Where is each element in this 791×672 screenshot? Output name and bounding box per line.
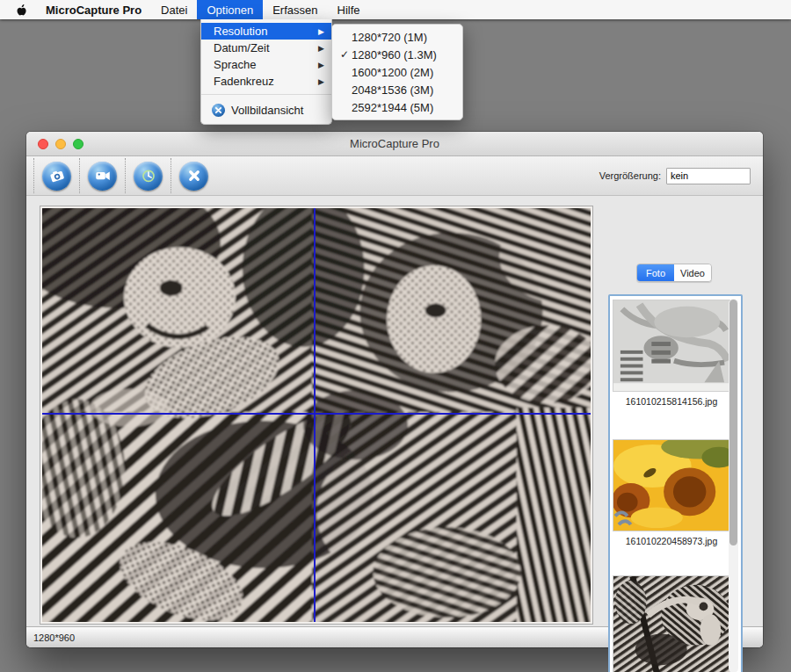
resolution-option-1280x960[interactable]: ✓ 1280*960 (1.3M): [332, 46, 462, 63]
photo-thumbnail-engraving-gray[interactable]: [613, 300, 730, 392]
menu-item-vollbildansicht[interactable]: Vollbildansicht: [201, 99, 331, 120]
menu-optionen[interactable]: Optionen: [197, 0, 263, 19]
photo-filename: 161010215814156.jpg: [613, 396, 730, 407]
menu-hilfe[interactable]: Hilfe: [328, 0, 370, 19]
minimize-button[interactable]: [55, 139, 66, 149]
magnification-label: Vergrößerung:: [599, 170, 661, 181]
fullscreen-arrows-icon: [179, 162, 208, 191]
photo-thumbnail-engraving-dark[interactable]: [613, 575, 730, 672]
submenu-arrow-icon: ▶: [318, 77, 324, 86]
menu-datei[interactable]: Datei: [151, 0, 197, 19]
scrollbar-thumb[interactable]: [729, 300, 737, 546]
apple-icon: [14, 3, 27, 18]
menu-item-fadenkreuz[interactable]: Fadenkreuz ▶: [201, 73, 331, 90]
capture-video-button[interactable]: [79, 158, 125, 193]
fullscreen-button[interactable]: [171, 158, 216, 193]
gallery-item[interactable]: [613, 575, 730, 672]
submenu-arrow-icon: ▶: [318, 61, 324, 69]
resolution-submenu: 1280*720 (1M) ✓ 1280*960 (1.3M) 1600*120…: [331, 24, 463, 120]
photo-filename: 161010220458973.jpg: [613, 536, 730, 546]
gallery-item[interactable]: 161010215814156.jpg: [613, 300, 730, 407]
tab-video[interactable]: Video: [674, 264, 711, 281]
toolbar: Vergrößerung:: [26, 156, 763, 196]
resolution-option-2048x1536[interactable]: 2048*1536 (3M): [332, 81, 462, 98]
options-dropdown-menu: Resolution ▶ Datum/Zeit ▶ Sprache ▶ Fade…: [200, 19, 332, 125]
resolution-option-2592x1944[interactable]: 2592*1944 (5M): [332, 98, 462, 116]
menu-erfassen[interactable]: Erfassen: [263, 0, 327, 19]
menu-item-datum-zeit[interactable]: Datum/Zeit ▶: [201, 40, 331, 56]
timer-clock-icon: [134, 162, 163, 191]
window-titlebar: MicroCapture Pro: [26, 132, 763, 156]
gallery-item[interactable]: 161010220458973.jpg: [613, 439, 730, 546]
capture-photo-button[interactable]: [33, 158, 79, 193]
menu-item-sprache[interactable]: Sprache ▶: [201, 56, 331, 73]
photo-camera-icon: [42, 162, 71, 191]
gallery-tabs: Foto Video: [636, 264, 712, 282]
apple-menu[interactable]: [0, 0, 36, 19]
fullscreen-icon: [212, 104, 225, 117]
menu-item-resolution[interactable]: Resolution ▶: [201, 23, 331, 40]
video-camera-icon: [88, 162, 117, 191]
zoom-button[interactable]: [73, 139, 83, 149]
window-content: Foto Video: [26, 196, 763, 626]
submenu-arrow-icon: ▶: [318, 27, 324, 36]
tab-foto[interactable]: Foto: [637, 264, 674, 281]
magnification-input[interactable]: [666, 168, 751, 184]
resolution-option-1600x1200[interactable]: 1600*1200 (2M): [332, 63, 462, 81]
menu-separator: [201, 94, 331, 95]
microcapture-window: MicroCapture Pro: [26, 132, 763, 647]
close-button[interactable]: [38, 139, 48, 149]
window-title: MicroCapture Pro: [26, 137, 763, 150]
gallery-panel: 161010215814156.jpg: [608, 294, 743, 672]
submenu-arrow-icon: ▶: [318, 44, 324, 53]
menubar-app-name[interactable]: MicroCapture Pro: [36, 0, 151, 19]
timer-capture-button[interactable]: [125, 158, 171, 193]
resolution-status: 1280*960: [33, 632, 75, 643]
live-view: [40, 206, 593, 625]
menu-bar: MicroCapture Pro Datei Optionen Erfassen…: [0, 0, 791, 19]
gallery-scrollbar[interactable]: [729, 299, 738, 672]
live-view-image: [42, 208, 591, 622]
checkmark-icon: ✓: [337, 48, 352, 61]
resolution-option-1280x720[interactable]: 1280*720 (1M): [332, 28, 462, 46]
photo-thumbnail-sunflower[interactable]: [613, 439, 730, 531]
